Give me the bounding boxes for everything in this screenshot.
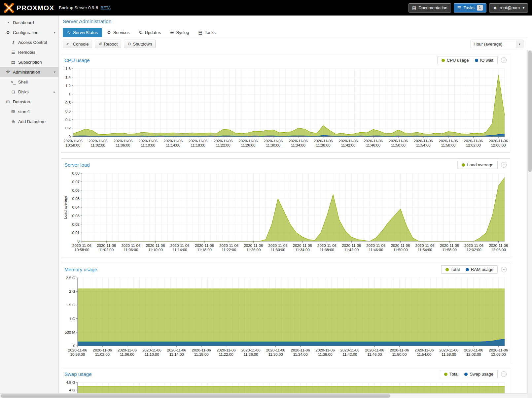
svg-text:2020-11-06: 2020-11-06	[390, 348, 409, 352]
sidebar-item-subscription[interactable]: ▤Subscription	[0, 57, 58, 67]
svg-text:2020-11-06: 2020-11-06	[214, 139, 233, 143]
legend-item-total[interactable]: Total	[445, 267, 460, 272]
brand-name: PROXMOX	[17, 4, 54, 12]
svg-text:2020-11-06: 2020-11-06	[142, 348, 161, 352]
configuration-icon: ⚙	[5, 30, 11, 35]
svg-text:2020-11-06: 2020-11-06	[489, 139, 508, 143]
tab-label: ServerStatus	[73, 30, 98, 35]
tasks-badge: 1	[477, 5, 483, 11]
svg-text:2020-11-06: 2020-11-06	[314, 139, 333, 143]
sidebar-item-label: Configuration	[13, 30, 38, 35]
legend-item-swap-usage[interactable]: Swap usage	[464, 372, 493, 377]
legend-item-ram-usage[interactable]: RAM usage	[466, 267, 493, 272]
subscription-icon: ▤	[10, 60, 17, 65]
svg-text:2020-11-06: 2020-11-06	[414, 139, 433, 143]
panel-header: Swap usageTotalSwap usage−	[61, 368, 510, 379]
collapse-panel-button[interactable]: −	[501, 371, 507, 377]
legend-dot	[466, 268, 469, 271]
svg-text:2020-11-06: 2020-11-06	[189, 139, 208, 143]
horizontal-scrollbar[interactable]	[0, 393, 527, 398]
legend-label: IO wait	[480, 58, 493, 63]
beta-link[interactable]: BETA	[101, 6, 111, 10]
svg-text:11:50:00: 11:50:00	[391, 143, 406, 147]
chart-legend: Load average	[457, 161, 498, 169]
svg-text:11:10:00: 11:10:00	[148, 248, 163, 252]
svg-text:2020-11-06: 2020-11-06	[217, 348, 236, 352]
collapse-panel-button[interactable]: −	[501, 57, 507, 63]
svg-text:0.02: 0.02	[72, 222, 80, 226]
svg-text:11:58:00: 11:58:00	[442, 248, 457, 252]
svg-text:11:06:00: 11:06:00	[116, 143, 130, 147]
svg-text:11:18:00: 11:18:00	[191, 143, 205, 147]
panel-title: Memory usage	[64, 267, 97, 272]
legend-item-io-wait[interactable]: IO wait	[475, 58, 493, 63]
svg-text:11:42:00: 11:42:00	[344, 248, 359, 252]
svg-text:2020-11-06: 2020-11-06	[489, 348, 508, 352]
collapse-panel-button[interactable]: −	[501, 162, 507, 168]
sidebar-item-remotes[interactable]: ☰Remotes	[0, 47, 58, 57]
sidebar-item-disks[interactable]: ⊟Disks▸	[0, 87, 58, 97]
chart-panels: CPU usageCPU usageIO wait−00.20.40.60.81…	[59, 50, 527, 393]
console-button[interactable]: >_Console	[63, 40, 92, 48]
tasks-button[interactable]: ☰ Tasks 1	[454, 3, 487, 13]
svg-text:12:02:00: 12:02:00	[466, 352, 481, 356]
legend-item-load-average[interactable]: Load average	[462, 162, 493, 167]
svg-text:10:58:00: 10:58:00	[70, 352, 85, 356]
sidebar-item-access-control[interactable]: ⚷Access Control	[0, 37, 58, 47]
svg-text:2020-11-06: 2020-11-06	[489, 244, 508, 248]
sidebar-item-administration[interactable]: ⚒Administration▾	[0, 67, 58, 77]
documentation-button[interactable]: ▤ Documentation	[408, 3, 451, 13]
svg-text:2020-11-06: 2020-11-06	[439, 348, 458, 352]
svg-text:12:06:00: 12:06:00	[491, 248, 506, 252]
svg-text:0.06: 0.06	[72, 188, 80, 192]
sidebar-item-store1[interactable]: ⛃store1	[0, 107, 58, 116]
collapse-panel-button[interactable]: −	[501, 267, 507, 272]
sidebar-item-dashboard[interactable]: ◔Dashboard	[0, 17, 58, 27]
tab-serverstatus[interactable]: ∿ServerStatus	[63, 28, 102, 37]
svg-text:11:10:00: 11:10:00	[145, 352, 159, 356]
panel-header: CPU usageCPU usageIO wait−	[61, 54, 510, 65]
svg-text:2020-11-06: 2020-11-06	[97, 244, 116, 248]
timeframe-select[interactable]: Hour (average) ▾	[471, 40, 523, 48]
svg-text:11:02:00: 11:02:00	[91, 143, 105, 147]
svg-text:1.2: 1.2	[65, 84, 71, 88]
tab-services[interactable]: ⚙Services	[103, 28, 134, 37]
reboot-button[interactable]: ↺Reboot	[95, 40, 121, 48]
tab-bar: ∿ServerStatus⚙Services↻Updates☰Syslog▤Ta…	[59, 27, 527, 37]
user-menu-button[interactable]: ☻ root@pam ▾	[489, 3, 528, 13]
tab-tasks[interactable]: ▤Tasks	[194, 28, 220, 37]
svg-text:2020-11-06: 2020-11-06	[268, 244, 288, 248]
chart-memory-usage: 0500 M1 G1.5 G2 G2.5 G2020-11-0610:58:00…	[62, 275, 508, 360]
store1-icon: ⛃	[10, 109, 17, 114]
shutdown-button[interactable]: ⊙Shutdown	[124, 40, 156, 48]
sidebar-item-datastore[interactable]: ⊞Datastore	[0, 97, 58, 107]
vertical-scrollbar[interactable]	[527, 50, 532, 393]
legend-item-cpu-usage[interactable]: CPU usage	[442, 58, 469, 63]
datastore-icon: ⊞	[5, 99, 11, 104]
sidebar-item-configuration[interactable]: ⚙Configuration▾	[0, 27, 58, 37]
access-control-icon: ⚷	[10, 40, 17, 45]
svg-text:1.4: 1.4	[65, 75, 71, 79]
tab-label: Tasks	[205, 30, 216, 35]
sidebar-item-add-datastore[interactable]: ⊕Add Datastore	[0, 116, 58, 126]
svg-text:2020-11-06: 2020-11-06	[238, 139, 258, 143]
horizontal-scrollbar-thumb[interactable]	[1, 394, 390, 398]
vertical-scrollbar-thumb[interactable]	[528, 50, 532, 172]
tab-updates[interactable]: ↻Updates	[135, 28, 165, 37]
svg-text:12:06:00: 12:06:00	[491, 352, 506, 356]
user-icon: ☻	[493, 5, 497, 10]
sidebar-item-shell[interactable]: >_Shell	[0, 77, 58, 87]
tab-syslog[interactable]: ☰Syslog	[166, 28, 194, 37]
legend-item-total[interactable]: Total	[444, 372, 458, 377]
svg-text:11:14:00: 11:14:00	[169, 352, 184, 356]
shutdown-icon: ⊙	[127, 42, 131, 46]
sidebar-item-label: Subscription	[18, 60, 42, 65]
svg-text:0.07: 0.07	[72, 180, 80, 184]
toolbar-buttons: >_Console↺Reboot⊙Shutdown	[63, 40, 156, 48]
documentation-icon: ▤	[412, 5, 416, 10]
serverstatus-icon: ∿	[67, 30, 71, 35]
svg-text:0: 0	[78, 239, 80, 243]
tab-label: Services	[113, 30, 130, 35]
svg-text:2020-11-06: 2020-11-06	[464, 244, 483, 248]
legend-label: Total	[451, 267, 460, 272]
